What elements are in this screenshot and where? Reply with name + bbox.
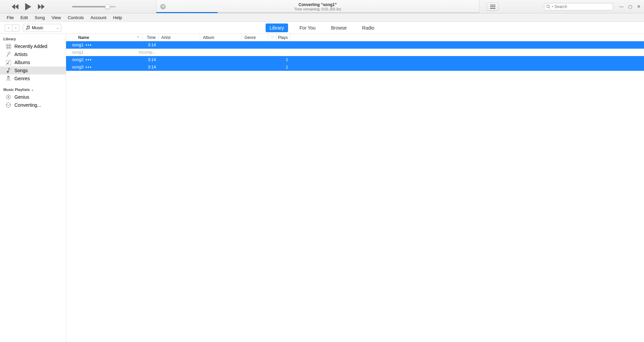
player-bar: ✕ Converting “song1” Time remaining: 0:0… [0,0,644,13]
song-artist [159,49,200,56]
tab-for-you[interactable]: For You [296,23,320,32]
close-button[interactable]: ✕ [637,4,641,9]
svg-marker-0 [12,4,15,9]
guitar-icon [5,76,11,81]
previous-button[interactable] [12,4,19,9]
song-artist [159,56,200,63]
song-genre [242,41,268,49]
svg-point-32 [7,95,7,96]
song-genre [242,56,268,63]
volume-slider[interactable] [72,6,116,7]
songs-table: Name ⌃ Time Artist Album Genre ♡ Plays s… [66,34,644,342]
next-button[interactable] [38,4,45,9]
svg-marker-3 [38,4,41,9]
search-input[interactable] [554,4,611,9]
sort-asc-icon: ⌃ [137,36,140,39]
song-time: 3:14 [143,41,159,49]
tab-library[interactable]: Library [266,23,288,32]
table-row[interactable]: song1Incomp... [66,49,644,56]
tab-radio[interactable]: Radio [358,23,379,32]
menu-file[interactable]: File [3,15,17,20]
col-love[interactable]: ♡ [268,34,277,41]
menu-help[interactable]: Help [110,15,125,20]
row-actions-button[interactable]: ••• [86,57,92,62]
sidebar-playlists-header[interactable]: Music Playlists ⌄ [0,87,66,93]
row-actions-button[interactable]: ••• [86,65,92,69]
song-artist [159,41,200,49]
maximize-button[interactable]: ▢ [628,4,632,9]
song-artist [159,63,200,71]
svg-line-9 [549,7,550,8]
main-body: Library Recently Added Artists Albums So… [0,34,644,342]
minimize-button[interactable]: — [619,4,624,9]
sidebar-item-genres[interactable]: Genres [0,75,66,83]
sidebar-playlist-genius[interactable]: Genius [0,93,66,101]
up-next-button[interactable] [487,3,499,11]
song-album [200,63,242,71]
menu-view[interactable]: View [48,15,64,20]
search-field[interactable]: ▾ [544,3,613,10]
search-dropdown-icon[interactable]: ▾ [552,5,553,8]
svg-point-36 [6,103,11,107]
nav-arrows: ‹ › [5,24,19,32]
sidebar-item-recently-added[interactable]: Recently Added [0,42,66,50]
volume-thumb[interactable] [105,4,110,9]
svg-line-23 [9,77,10,81]
col-name[interactable]: Name ⌃ [72,34,143,41]
col-time[interactable]: Time [143,34,159,41]
nav-back-button[interactable]: ‹ [5,24,12,32]
sidebar-item-label: Albums [14,60,30,65]
menu-edit[interactable]: Edit [17,15,31,20]
song-time: Incomp... [143,49,159,56]
sidebar-item-label: Converting... [14,102,41,108]
sidebar-item-label: Songs [14,68,28,73]
tab-browse[interactable]: Browse [327,23,351,32]
cancel-conversion-button[interactable]: ✕ [160,4,166,9]
song-love[interactable] [268,41,277,49]
song-plays: 1 [277,56,291,63]
sidebar-item-label: Artists [14,52,28,57]
menu-controls[interactable]: Controls [64,15,87,20]
col-album[interactable]: Album [200,34,242,41]
status-lcd: ✕ Converting “song1” Time remaining: 0:0… [156,0,479,13]
col-spacer [291,34,644,41]
songs-rows: song1•••3:14song1Incomp...song2•••3:141s… [66,41,644,342]
row-actions-button[interactable]: ••• [86,43,92,47]
col-plays[interactable]: Plays [277,34,291,41]
sidebar-item-label: Genius [14,94,29,100]
media-picker[interactable]: Music ⌄ [23,24,61,32]
song-love[interactable] [268,63,277,71]
svg-marker-1 [15,4,18,9]
menu-account[interactable]: Account [87,15,110,20]
col-artist[interactable]: Artist [159,34,200,41]
sidebar-item-artists[interactable]: Artists [0,50,66,58]
song-album [200,56,242,63]
svg-point-35 [9,98,10,99]
sidebar-item-songs[interactable]: Songs [0,66,66,75]
heart-icon: ♡ [271,35,274,40]
main-tabs: Library For You Browse Radio [266,23,378,32]
table-row[interactable]: song1•••3:14 [66,41,644,49]
window-controls: — ▢ ✕ [619,4,641,9]
sidebar-item-albums[interactable]: Albums [0,58,66,66]
media-picker-label: Music [32,25,43,30]
play-button[interactable] [25,3,32,10]
sidebar-playlist-converting[interactable]: Converting... [0,101,66,109]
song-love[interactable] [268,56,277,63]
svg-point-26 [9,76,10,77]
song-album [200,41,242,49]
song-time: 3:14 [143,63,159,71]
song-love[interactable] [268,49,277,56]
col-status[interactable] [66,34,72,41]
nav-forward-button[interactable]: › [12,24,19,32]
song-plays [277,41,291,49]
navigation-toolbar: ‹ › Music ⌄ Library For You Browse Radio [0,22,644,34]
menu-song[interactable]: Song [31,15,48,20]
song-plays: 1 [277,63,291,71]
col-genre[interactable]: Genre [242,34,268,41]
svg-point-29 [8,99,9,99]
table-row[interactable]: song2•••3:141 [66,56,644,63]
table-row[interactable]: song3•••3:141 [66,63,644,71]
song-plays [277,49,291,56]
svg-line-21 [7,77,8,81]
